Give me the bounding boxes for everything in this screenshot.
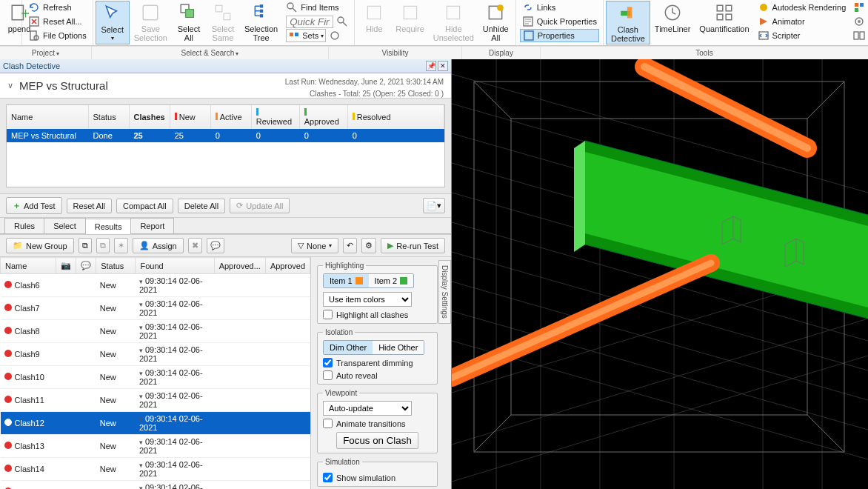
clash-row[interactable]: Clash10New▾09:30:14 02-06-2021 (1, 366, 310, 389)
require-button[interactable]: Require (391, 1, 429, 44)
links-button[interactable]: Links (520, 1, 599, 14)
search-icon[interactable] (336, 16, 348, 27)
sets-config-icon[interactable] (329, 30, 341, 41)
animate-transitions-checkbox[interactable]: Animate transitions (323, 419, 432, 428)
quick-find-input[interactable] (286, 16, 333, 28)
explode-icon[interactable]: ✶ (114, 238, 128, 253)
ribbon: ppend Refresh Reset All... File Options … (0, 0, 868, 46)
update-all-button[interactable]: ⟳Update All (230, 198, 290, 213)
compact-all-button[interactable]: Compact All (116, 199, 173, 213)
mep-pipe-lower (452, 263, 711, 378)
undo-icon[interactable]: ↶ (343, 238, 357, 253)
svg-rect-35 (855, 8, 858, 12)
collapse-chevron-icon[interactable]: ∨ (7, 81, 13, 90)
display-settings-tab[interactable]: Display Settings (438, 260, 451, 324)
clash-row[interactable]: Clash9New▾09:30:14 02-06-2021 (1, 343, 310, 366)
3d-viewport[interactable] (452, 59, 868, 489)
settings-icon[interactable]: ⚙ (361, 238, 376, 253)
scripter-button[interactable]: Scripter (755, 29, 849, 42)
select-tool[interactable]: Select▾ (96, 1, 130, 44)
highlight-all-checkbox[interactable]: Highlight all clashes (323, 310, 432, 319)
select-all-button[interactable]: Select All (172, 1, 206, 44)
svg-rect-10 (259, 10, 262, 13)
clash-row[interactable]: Clash14New▾09:30:14 02-06-2021 (1, 458, 310, 481)
sets-dropdown[interactable]: Sets▾ (286, 29, 326, 42)
clash-row[interactable]: Clash12New▾09:30:14 02-06-2021 (1, 412, 310, 435)
add-test-button[interactable]: ＋Add Test (6, 197, 62, 214)
compare-button[interactable]: Compare (851, 29, 868, 42)
color-mode-select[interactable]: Use item colors (323, 292, 412, 307)
svg-rect-9 (259, 4, 262, 7)
close-icon[interactable]: ✕ (438, 61, 448, 71)
clash-detective-button[interactable]: Clash Detective (606, 1, 650, 44)
rerun-test-button[interactable]: ▶Re-run Test (381, 238, 445, 253)
svg-rect-27 (717, 5, 723, 11)
svg-rect-7 (216, 5, 222, 12)
clash-row[interactable]: Clash7New▾09:30:14 02-06-2021 (1, 297, 310, 320)
unassign-icon[interactable]: ✖ (188, 238, 202, 253)
reset-all-tests-button[interactable]: Reset All (67, 199, 112, 213)
group-label-tools: Tools (541, 47, 868, 59)
select-same-button[interactable]: Select Same (206, 1, 240, 44)
delete-all-button[interactable]: Delete All (178, 199, 225, 213)
auto-reveal-checkbox[interactable]: Auto reveal (323, 370, 432, 380)
timeliner-button[interactable]: TimeLiner (650, 1, 695, 44)
clash-row[interactable]: Clash6New▾09:30:14 02-06-2021 (1, 274, 310, 297)
hide-unselected-button[interactable]: Hide Unselected (429, 1, 478, 44)
quick-properties-button[interactable]: Quick Properties (520, 15, 599, 28)
hide-other-toggle[interactable]: Hide Other (373, 341, 424, 354)
comment-icon[interactable]: 💬 (207, 238, 224, 253)
clash-row[interactable]: Clash15New▾09:30:14 02-06-2021 (1, 481, 310, 490)
group-icon2[interactable]: ⧉ (96, 238, 110, 253)
group-icon1[interactable]: ⧉ (79, 238, 92, 253)
svg-rect-6 (186, 10, 194, 18)
show-simulation-checkbox[interactable]: Show simulation (323, 473, 432, 482)
svg-line-58 (452, 319, 868, 445)
comment-col-icon[interactable]: 💬 (76, 258, 96, 274)
hide-button[interactable]: Hide (357, 1, 391, 44)
properties-button[interactable]: Properties (520, 29, 599, 42)
tab-select[interactable]: Select (44, 218, 86, 233)
clash-row[interactable]: Clash11New▾09:30:14 02-06-2021 (1, 389, 310, 412)
pin-icon[interactable]: 📌 (426, 61, 436, 71)
selection-tree-button[interactable]: Selection Tree (240, 1, 282, 44)
file-options-button[interactable]: File Options (26, 29, 89, 42)
svg-rect-18 (404, 6, 416, 19)
svg-rect-4 (144, 5, 158, 20)
svg-rect-39 (860, 32, 864, 39)
assign-button[interactable]: 👤Assign (133, 238, 184, 253)
item2-toggle[interactable]: Item 2 (369, 274, 414, 287)
tab-rules[interactable]: Rules (4, 218, 44, 233)
batch-utility-button[interactable]: Batch Utility (851, 15, 868, 28)
filter-none-button[interactable]: ▽None▾ (291, 238, 338, 253)
clash-row[interactable]: Clash8New▾09:30:14 02-06-2021 (1, 320, 310, 343)
import-export-button[interactable]: 📄▾ (423, 198, 445, 213)
group-label-select[interactable]: Select & Search (92, 47, 329, 59)
tab-report[interactable]: Report (130, 218, 174, 233)
item1-toggle[interactable]: Item 1 (324, 274, 369, 287)
find-items-button[interactable]: Find Items (284, 1, 350, 14)
new-group-button[interactable]: 📁New Group (6, 238, 74, 253)
appearance-profiler-button[interactable]: Appearance Profiler (851, 1, 868, 14)
panel-titlebar[interactable]: Clash Detective 📌 ✕ (0, 59, 451, 73)
refresh-button[interactable]: Refresh (26, 1, 89, 14)
panel-title: Clash Detective (3, 61, 60, 70)
transparent-dimming-checkbox[interactable]: Transparent dimming (323, 358, 432, 367)
camera-col-icon[interactable]: 📷 (56, 258, 76, 274)
viewpoint-mode-select[interactable]: Auto-update (323, 401, 412, 416)
test-row[interactable]: MEP vs StructuralDone 2525 00 00 (7, 129, 444, 142)
results-tabs: Rules Select Results Report (0, 218, 451, 233)
save-selection-button[interactable]: Save Selection (130, 1, 172, 44)
unhide-all-button[interactable]: Unhide All (478, 1, 513, 44)
quantification-button[interactable]: Quantification (695, 1, 753, 44)
svg-rect-23 (524, 31, 533, 40)
animator-button[interactable]: Animator (755, 15, 849, 28)
clash-row[interactable]: Clash13New▾09:30:14 02-06-2021 (1, 435, 310, 458)
reset-all-button[interactable]: Reset All... (26, 15, 89, 28)
dim-other-toggle[interactable]: Dim Other (324, 341, 373, 354)
focus-on-clash-button[interactable]: Focus on Clash (336, 432, 418, 449)
tab-results[interactable]: Results (85, 219, 132, 234)
simulation-group: Simulation Show simulation (317, 458, 438, 487)
group-label-project[interactable]: Project (0, 47, 92, 59)
autodesk-rendering-button[interactable]: Autodesk Rendering (755, 1, 849, 14)
